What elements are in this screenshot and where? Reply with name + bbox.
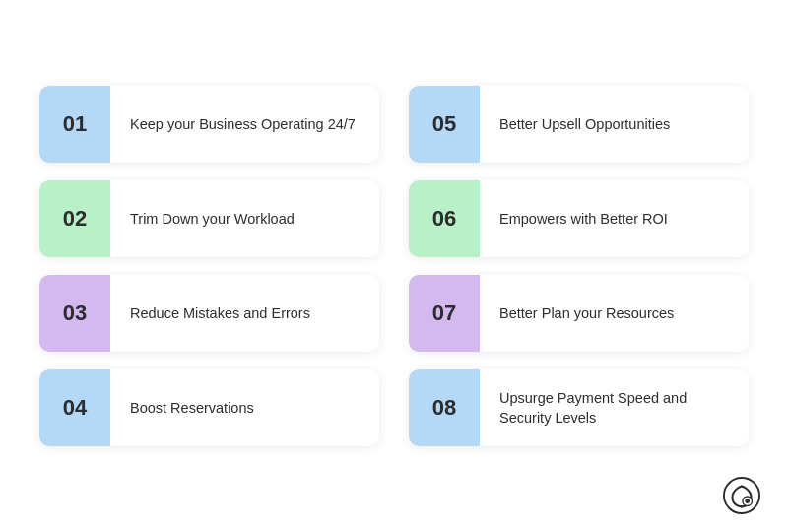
card-number: 04 (39, 369, 110, 446)
card-number: 01 (39, 86, 110, 163)
card-label: Empowers with Better ROI (480, 209, 688, 229)
card-label: Boost Reservations (110, 398, 274, 418)
brand-logo (723, 477, 760, 514)
card-number: 02 (39, 180, 110, 257)
card-label: Better Upsell Opportunities (480, 114, 690, 134)
list-item: 08Upsurge Payment Speed and Security Lev… (409, 369, 749, 446)
card-label: Reduce Mistakes and Errors (110, 303, 330, 323)
list-item: 04Boost Reservations (39, 369, 379, 446)
card-number: 07 (409, 275, 480, 352)
list-item: 07Better Plan your Resources (409, 275, 749, 352)
card-label: Trim Down your Workload (110, 209, 314, 229)
list-item: 06Empowers with Better ROI (409, 180, 749, 257)
list-item: 01Keep your Business Operating 24/7 (39, 86, 379, 163)
svg-point-0 (724, 478, 759, 513)
list-item: 03Reduce Mistakes and Errors (39, 275, 379, 352)
card-label: Better Plan your Resources (480, 303, 693, 323)
card-number: 03 (39, 275, 110, 352)
list-item: 02Trim Down your Workload (39, 180, 379, 257)
svg-point-2 (745, 499, 750, 503)
card-number: 05 (409, 86, 480, 163)
card-label: Upsurge Payment Speed and Security Level… (480, 388, 749, 429)
card-number: 08 (409, 369, 480, 446)
card-number: 06 (409, 180, 480, 257)
cards-grid: 01Keep your Business Operating 24/705Bet… (39, 86, 749, 446)
list-item: 05Better Upsell Opportunities (409, 86, 749, 163)
card-label: Keep your Business Operating 24/7 (110, 114, 375, 134)
